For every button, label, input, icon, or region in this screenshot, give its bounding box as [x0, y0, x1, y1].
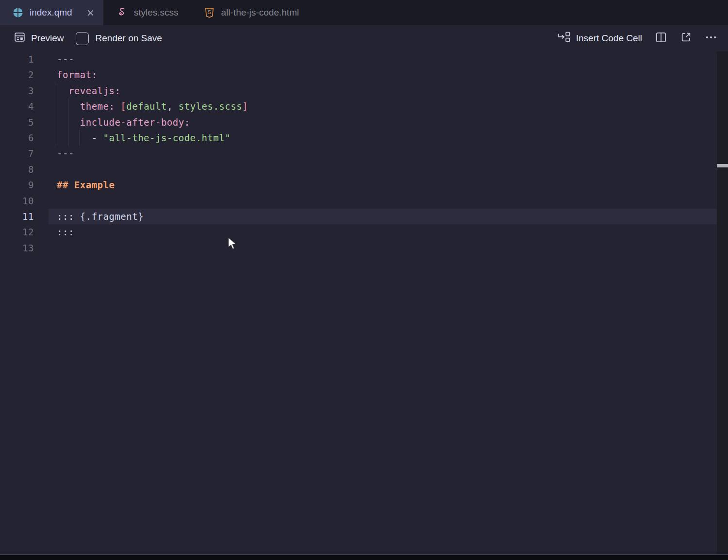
render-on-save-toggle[interactable]: Render on Save — [76, 32, 162, 45]
indent-guide — [57, 83, 57, 146]
editor-scrollbar[interactable] — [717, 51, 728, 554]
code-editor[interactable]: 1---2format:3 revealjs:4 theme: [default… — [0, 51, 728, 554]
line-number: 5 — [0, 115, 49, 130]
sass-icon — [116, 6, 128, 19]
editor-window: index.qmd styles.scss 5 all-t — [0, 0, 728, 560]
open-in-new-window-button[interactable] — [680, 31, 692, 46]
code-line-text: ::: {.fragment} — [49, 209, 717, 224]
line-number: 4 — [0, 99, 49, 114]
code-line[interactable]: 12::: — [0, 224, 728, 240]
code-line[interactable]: 13 — [0, 240, 728, 256]
html5-icon: 5 — [204, 7, 215, 19]
preview-label: Preview — [31, 33, 64, 44]
line-number: 8 — [0, 162, 49, 177]
line-number: 6 — [0, 130, 49, 146]
code-line-text: --- — [49, 146, 717, 161]
code-line-text: format: — [49, 67, 717, 82]
tab-index-qmd[interactable]: index.qmd — [0, 0, 103, 25]
indent-guide — [68, 99, 68, 146]
code-line-text — [49, 162, 717, 177]
split-editor-button[interactable] — [655, 31, 667, 46]
tab-label: index.qmd — [30, 7, 72, 18]
code-line-text — [49, 193, 717, 209]
line-number: 11 — [0, 209, 49, 224]
insert-code-cell-icon — [557, 31, 571, 46]
open-external-icon — [680, 31, 692, 46]
code-line-text: theme: [default, styles.scss] — [49, 99, 717, 114]
tab-all-the-js-code-html[interactable]: 5 all-the-js-code.html — [191, 0, 312, 25]
code-line[interactable]: 7--- — [0, 146, 728, 161]
code-line[interactable]: 3 revealjs: — [0, 83, 728, 99]
close-icon[interactable] — [86, 9, 95, 17]
code-line[interactable]: 1--- — [0, 51, 728, 67]
ellipsis-icon — [705, 31, 717, 46]
code-line-text — [49, 240, 717, 256]
code-line[interactable]: 2format: — [0, 67, 728, 82]
overview-ruler-cursor-marker — [717, 164, 728, 167]
code-line-text: ::: — [49, 224, 717, 240]
line-number: 2 — [0, 67, 49, 82]
tab-label: styles.scss — [134, 7, 179, 18]
line-number: 1 — [0, 51, 49, 67]
code-line-text: revealjs: — [49, 83, 717, 99]
render-on-save-checkbox — [76, 32, 89, 45]
tab-styles-scss[interactable]: styles.scss — [103, 0, 191, 25]
code-line[interactable]: 10 — [0, 193, 728, 209]
code-line[interactable]: 9## Example — [0, 177, 728, 193]
insert-code-cell-button[interactable]: Insert Code Cell — [557, 31, 642, 46]
preview-icon — [14, 31, 26, 46]
line-number: 10 — [0, 193, 49, 209]
code-line[interactable]: 6 - "all-the-js-code.html" — [0, 130, 728, 146]
code-line[interactable]: 8 — [0, 162, 728, 177]
more-actions-button[interactable] — [705, 31, 717, 46]
editor-action-bar: Preview Render on Save Insert Code Cell — [0, 25, 728, 51]
tab-bar: index.qmd styles.scss 5 all-t — [0, 0, 728, 25]
indent-guide — [80, 130, 80, 146]
code-line-text: --- — [49, 51, 717, 67]
render-on-save-label: Render on Save — [96, 33, 162, 44]
quarto-icon — [13, 7, 23, 18]
line-number: 13 — [0, 240, 49, 256]
line-number: 3 — [0, 83, 49, 99]
insert-code-cell-label: Insert Code Cell — [576, 33, 642, 44]
code-line[interactable]: 4 theme: [default, styles.scss] — [0, 99, 728, 114]
tab-label: all-the-js-code.html — [221, 7, 299, 18]
panel-bottom-strip — [0, 555, 728, 560]
line-number: 9 — [0, 177, 49, 193]
code-line[interactable]: 5 include-after-body: — [0, 115, 728, 130]
line-number: 7 — [0, 146, 49, 161]
code-line-text: ## Example — [49, 177, 717, 193]
code-line-text: include-after-body: — [49, 115, 717, 130]
svg-text:5: 5 — [208, 9, 211, 15]
preview-button[interactable]: Preview — [14, 31, 64, 46]
split-editor-icon — [655, 31, 667, 46]
code-line-text: - "all-the-js-code.html" — [49, 130, 717, 146]
line-number: 12 — [0, 224, 49, 240]
code-line[interactable]: 11::: {.fragment} — [0, 209, 728, 224]
